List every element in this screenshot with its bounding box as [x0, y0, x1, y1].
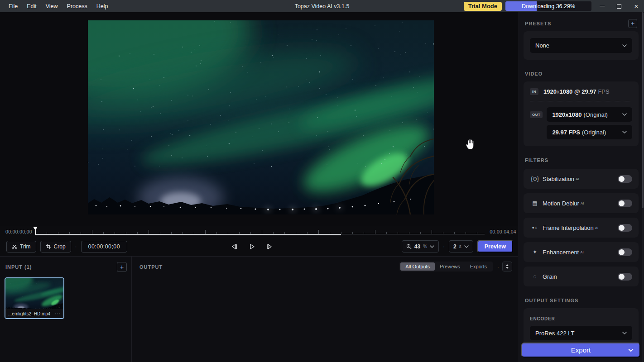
- input-panel: INPUT (1) + ...emlights2_HD.mp4 ···: [0, 257, 132, 362]
- step-forward-icon: [266, 243, 273, 250]
- filter-frame-interpolation[interactable]: ●○ Frame InterpolationAI: [524, 218, 639, 238]
- clip-filename: ...emlights2_HD.mp4: [8, 311, 50, 316]
- menu-file[interactable]: File: [5, 1, 22, 11]
- close-button[interactable]: ×: [630, 0, 643, 12]
- clip-thumbnail-image: [5, 278, 63, 309]
- presets-header: PRESETS: [525, 21, 551, 26]
- sort-order-button[interactable]: [502, 262, 512, 272]
- chevron-down-icon: [464, 245, 469, 248]
- timeline-playhead[interactable]: [33, 226, 38, 237]
- output-settings-header: OUTPUT SETTINGS: [525, 298, 578, 303]
- timeline-start-time: 00:00:00;00: [5, 229, 32, 234]
- enhancement-toggle[interactable]: [618, 248, 632, 256]
- chevron-down-icon: [622, 113, 627, 116]
- motion-deblur-icon: ▤: [530, 200, 540, 206]
- chevron-down-icon: [622, 331, 627, 335]
- input-video-info: 1920x1080 @ 29.97 FPS: [543, 88, 610, 95]
- motion-deblur-toggle[interactable]: [618, 200, 632, 207]
- frame-interpolation-toggle[interactable]: [618, 224, 632, 232]
- transport-controls: [230, 241, 274, 252]
- zoom-level-dropdown[interactable]: 43 %: [402, 240, 439, 252]
- separator-dot: ·: [75, 243, 77, 250]
- play-icon: [248, 243, 255, 250]
- trim-button[interactable]: Trim: [6, 241, 36, 252]
- add-preset-button[interactable]: +: [628, 19, 637, 28]
- download-progress: Downloading 36.29%: [505, 1, 591, 11]
- step-back-icon: [231, 243, 238, 250]
- filters-header: FILTERS: [525, 157, 548, 163]
- preview-button[interactable]: Preview: [477, 240, 513, 252]
- encoder-select[interactable]: ProRes 422 LT: [530, 326, 632, 340]
- video-viewport: [0, 12, 518, 226]
- filter-enhancement[interactable]: ✦ EnhancementAI: [524, 242, 639, 262]
- timeline-end-time: 00:00:04;04: [490, 229, 516, 234]
- chevron-down-icon: [628, 348, 634, 352]
- grain-icon: ◌: [530, 273, 540, 280]
- titlebar: File Edit View Process Help Topaz Video …: [0, 0, 644, 12]
- sidebar-scrollbar-thumb[interactable]: [642, 12, 644, 208]
- bottom-panels: INPUT (1) + ...emlights2_HD.mp4 ··· OUTP…: [0, 256, 518, 362]
- maximize-button[interactable]: [612, 0, 626, 12]
- menu-view[interactable]: View: [42, 1, 62, 11]
- frame-interpolation-icon: ●○: [530, 225, 540, 230]
- tab-previews[interactable]: Previews: [435, 262, 465, 271]
- maximize-icon: [617, 4, 621, 9]
- crop-button[interactable]: Crop: [40, 241, 71, 252]
- timeline-progress: [35, 234, 341, 235]
- enhancement-icon: ✦: [530, 249, 540, 255]
- menu-bar: File Edit View Process Help: [0, 1, 112, 11]
- input-panel-title: INPUT (1): [5, 264, 32, 270]
- timeline-ruler[interactable]: [35, 226, 485, 237]
- in-badge: IN: [530, 88, 538, 95]
- settings-sidebar: PRESETS + None VIDEO IN 1920x1080 @ 29.9…: [518, 12, 644, 362]
- input-clip-thumbnail[interactable]: ...emlights2_HD.mp4 ···: [5, 277, 64, 319]
- close-icon: ×: [634, 3, 639, 10]
- sort-down-icon: [506, 267, 509, 269]
- stabilization-toggle[interactable]: [618, 175, 632, 183]
- download-progress-text: Downloading 36.29%: [505, 1, 591, 11]
- minimize-icon: [600, 6, 605, 7]
- tab-exports[interactable]: Exports: [465, 262, 492, 271]
- step-back-button[interactable]: [230, 241, 238, 252]
- crop-icon: [46, 244, 51, 249]
- filter-grain[interactable]: ◌ Grain: [524, 267, 639, 286]
- app-window: File Edit View Process Help Topaz Video …: [0, 0, 644, 362]
- video-preview[interactable]: [88, 20, 434, 214]
- sort-up-icon: [506, 264, 509, 266]
- export-button[interactable]: Export: [521, 343, 640, 357]
- output-panel: OUTPUT All Outputs Previews Exports ·: [132, 257, 518, 362]
- chevron-down-icon: [430, 245, 434, 248]
- menu-process[interactable]: Process: [63, 1, 91, 11]
- stabilization-icon: {⊙}: [530, 176, 540, 182]
- timecode-field[interactable]: 00:00:00;00: [81, 241, 127, 252]
- divider: [530, 101, 632, 101]
- app-title: Topaz Video AI v3.1.5: [295, 3, 350, 10]
- output-panel-title: OUTPUT: [139, 264, 163, 270]
- video-card: IN 1920x1080 @ 29.97 FPS OUT 1920x1080 (…: [524, 81, 639, 146]
- output-tabs: All Outputs Previews Exports: [399, 262, 493, 272]
- menu-edit[interactable]: Edit: [23, 1, 41, 11]
- output-framerate-select[interactable]: 29.97 FPS (Original): [547, 125, 632, 139]
- trial-mode-badge[interactable]: Trial Mode: [464, 2, 502, 11]
- toolbar: Trim Crop · 00:00:00;00: [0, 237, 518, 256]
- magnifier-icon: [406, 244, 412, 249]
- preset-select[interactable]: None: [530, 38, 632, 53]
- separator-dot: ·: [497, 264, 499, 270]
- presets-card: None: [524, 31, 639, 60]
- grain-toggle[interactable]: [618, 273, 632, 281]
- separator-dot: ·: [443, 243, 445, 250]
- preview-duration-dropdown[interactable]: 2 s: [449, 240, 473, 252]
- filter-stabilization[interactable]: {⊙} StabilizationAI: [524, 169, 639, 189]
- clip-more-button[interactable]: ···: [55, 311, 61, 316]
- chevron-down-icon: [622, 130, 627, 134]
- encoder-label: ENCODER: [530, 316, 555, 321]
- add-input-button[interactable]: +: [117, 262, 127, 272]
- trim-scissors-icon: [12, 244, 17, 249]
- step-forward-button[interactable]: [265, 241, 274, 252]
- menu-help[interactable]: Help: [92, 1, 112, 11]
- filter-motion-deblur[interactable]: ▤ Motion DeblurAI: [524, 193, 639, 213]
- minimize-button[interactable]: [595, 0, 609, 12]
- tab-all-outputs[interactable]: All Outputs: [400, 262, 435, 271]
- play-button[interactable]: [248, 241, 256, 252]
- output-resolution-select[interactable]: 1920x1080 (Original): [547, 107, 632, 122]
